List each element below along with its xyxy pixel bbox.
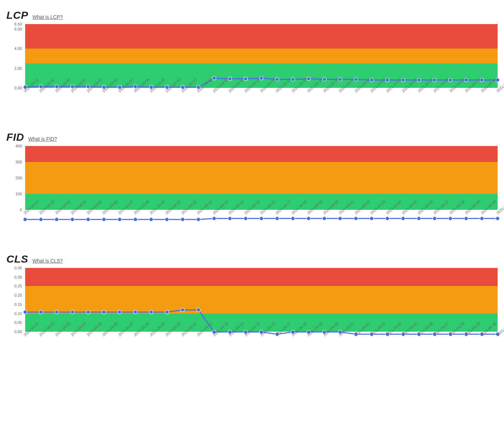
data-point[interactable] [323, 78, 326, 82]
y-axis: 0.000.050.100.150.200.250.300.35 [6, 268, 23, 332]
data-point[interactable] [71, 310, 74, 314]
panel-title: FID [6, 132, 24, 142]
data-point[interactable] [291, 78, 295, 82]
panel-title: CLS [6, 254, 28, 264]
data-point[interactable] [86, 310, 90, 314]
data-point[interactable] [196, 308, 200, 312]
data-point[interactable] [212, 76, 216, 80]
panel-fid: FID What is FID? 0100200300400 2021-04-0… [6, 132, 498, 231]
plot-area [25, 24, 498, 88]
y-tick: 6.00 [15, 27, 22, 31]
y-tick: 300 [16, 160, 22, 164]
panel-header: CLS What is CLS? [6, 254, 498, 264]
y-tick: 0.00 [15, 330, 22, 334]
data-point[interactable] [134, 310, 138, 314]
y-tick: 0.10 [15, 312, 22, 316]
y-tick: 2.00 [15, 66, 22, 71]
data-point[interactable] [39, 310, 43, 314]
data-point[interactable] [149, 310, 153, 314]
web-vitals-dashboard: LCP What is LCP? 0.002.004.006.006.50 20… [0, 0, 504, 397]
y-tick: 100 [16, 192, 22, 196]
data-point[interactable] [275, 78, 279, 82]
data-point[interactable] [165, 310, 169, 314]
data-point[interactable] [118, 310, 122, 314]
x-axis: 2021-04-012021-04-022021-04-032021-04-04… [25, 212, 498, 231]
y-axis: 0.002.004.006.006.50 [6, 24, 23, 88]
data-point[interactable] [354, 78, 358, 82]
panel-header: FID What is FID? [6, 132, 498, 142]
y-tick: 400 [16, 144, 22, 148]
plot-area [25, 268, 498, 332]
what-is-lcp-link[interactable]: What is LCP? [33, 14, 63, 20]
panel-title: LCP [6, 10, 28, 21]
panel-header: LCP What is LCP? [6, 10, 498, 21]
plot-area [25, 146, 498, 210]
data-point[interactable] [102, 310, 106, 314]
y-tick: 0.05 [15, 320, 22, 325]
data-point[interactable] [55, 310, 58, 314]
cls-chart: 0.000.050.100.150.200.250.300.35 2021-04… [6, 268, 498, 353]
y-tick: 0.20 [15, 293, 22, 297]
y-tick: 0.25 [15, 284, 22, 288]
y-tick: 6.50 [15, 22, 22, 26]
panel-lcp: LCP What is LCP? 0.002.004.006.006.50 20… [6, 10, 498, 109]
what-is-cls-link[interactable]: What is CLS? [33, 258, 63, 264]
panel-cls: CLS What is CLS? 0.000.050.100.150.200.2… [6, 254, 498, 353]
x-axis: 2021-04-012021-04-022021-04-032021-04-04… [25, 90, 498, 109]
y-axis: 0100200300400 [6, 146, 23, 210]
y-tick: 4.00 [15, 46, 22, 51]
data-point[interactable] [23, 310, 27, 314]
y-tick: 0.00 [15, 86, 22, 90]
y-tick: 200 [16, 176, 22, 180]
data-point[interactable] [181, 308, 185, 312]
x-axis: 2021-04-012021-04-022021-04-032021-04-04… [25, 334, 498, 353]
y-tick: 0 [20, 208, 22, 212]
fid-chart: 0100200300400 2021-04-012021-04-022021-0… [6, 146, 498, 231]
y-tick: 0.35 [15, 266, 22, 270]
lcp-chart: 0.002.004.006.006.50 2021-04-012021-04-0… [6, 24, 498, 109]
y-tick: 0.15 [15, 302, 22, 307]
what-is-fid-link[interactable]: What is FID? [28, 136, 57, 142]
y-tick: 0.30 [15, 275, 22, 279]
